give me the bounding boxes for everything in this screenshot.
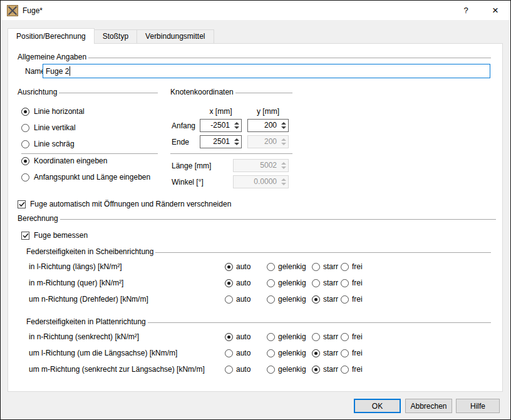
group-scheibenrichtung: Federsteifigkeiten in Scheibenrichtung	[26, 247, 491, 256]
column-header-y: y [mm]	[247, 107, 289, 116]
radio-option-label: frei	[352, 366, 363, 374]
name-input[interactable]: Fuge 2	[43, 64, 490, 78]
radio-option-gelenkig[interactable]: gelenkig	[267, 263, 306, 271]
group-berechnung: Berechnung	[18, 214, 496, 223]
radio-option-gelenkig[interactable]: gelenkig	[267, 295, 306, 304]
radio-option-auto[interactable]: auto	[225, 366, 250, 374]
radio-option-auto[interactable]: auto	[225, 349, 250, 357]
stiffness-row-scheiben-m: in m-Richtung (quer) [kN/m²] auto gelenk…	[8, 279, 502, 287]
cancel-button[interactable]: Abbrechen	[405, 399, 452, 413]
spinner-up-icon[interactable]	[234, 122, 239, 125]
radio-option-label: frei	[352, 295, 363, 304]
radio-option-label: gelenkig	[278, 366, 306, 374]
radio-icon	[312, 263, 320, 271]
group-knotenkoordinaten: Knotenkoordinaten	[170, 88, 292, 96]
radio-linie-schraeg[interactable]: Linie schräg	[21, 140, 75, 148]
radio-option-starr[interactable]: starr	[312, 349, 338, 357]
radio-option-frei[interactable]: frei	[341, 263, 363, 271]
tab-verbindungsmittel[interactable]: Verbindungsmittel	[137, 29, 214, 43]
group-title: Allgemeine Angaben	[18, 53, 88, 61]
group-rule	[235, 93, 292, 93]
radio-option-auto[interactable]: auto	[225, 279, 250, 287]
title-bar: Fuge* ? ×	[1, 1, 510, 20]
radio-option-starr[interactable]: starr	[312, 366, 338, 374]
radio-option-gelenkig[interactable]: gelenkig	[267, 279, 306, 287]
radio-option-frei[interactable]: frei	[341, 279, 363, 287]
checkbox-icon	[18, 200, 26, 208]
checkbox-auto-verschneiden[interactable]: Fuge automatisch mit Öffnungen und Rände…	[18, 200, 231, 208]
radio-option-label: starr	[323, 333, 338, 341]
fuge-dialog: Fuge* ? × Position/Berechnung Stoßtyp Ve…	[0, 0, 511, 420]
stiffness-row-label: um n-Richtung (Drehfeder) [kNm/m]	[29, 295, 148, 304]
radio-option-frei[interactable]: frei	[341, 333, 363, 341]
spinner-up-icon[interactable]	[234, 138, 239, 141]
spinner-down-icon	[281, 166, 286, 169]
close-icon[interactable]: ×	[482, 1, 508, 20]
radio-option-gelenkig[interactable]: gelenkig	[267, 366, 306, 374]
stiffness-row-platten-n: in n-Richtung (senkrecht) [kN/m²] auto g…	[8, 333, 502, 341]
spinner-up-icon	[281, 162, 286, 165]
spinner-arrows	[279, 176, 288, 188]
spinner-down-icon[interactable]	[234, 143, 239, 145]
radio-icon	[341, 333, 349, 341]
titlebar-help-icon[interactable]: ?	[453, 1, 479, 20]
radio-icon	[341, 366, 349, 374]
ok-button[interactable]: OK	[354, 399, 401, 413]
radio-option-label: starr	[323, 263, 338, 271]
checkbox-fuge-bemessen[interactable]: Fuge bemessen	[21, 231, 88, 240]
group-rule	[148, 322, 491, 323]
group-title: Knotenkoordinaten	[170, 88, 235, 96]
spinner-anfang-y[interactable]: 200	[247, 119, 289, 132]
radio-icon	[267, 263, 275, 271]
stiffness-row-platten-m: um m-Richtung (senkrecht zur Längsachse)…	[8, 366, 502, 374]
radio-option-gelenkig[interactable]: gelenkig	[267, 349, 306, 357]
spinner-down-icon[interactable]	[281, 126, 286, 129]
spinner-anfang-x[interactable]: -2501	[200, 119, 242, 132]
radio-icon	[267, 295, 275, 304]
radio-option-starr[interactable]: starr	[312, 279, 338, 287]
radio-option-label: auto	[236, 263, 250, 271]
spinner-value: -2501	[200, 120, 232, 131]
radio-anfangspunkt-laenge[interactable]: Anfangspunkt und Länge eingeben	[21, 173, 150, 182]
radio-option-starr[interactable]: starr	[312, 295, 338, 304]
help-button[interactable]: Hilfe	[456, 399, 500, 413]
text-caret	[70, 66, 70, 76]
tab-stosstyp[interactable]: Stoßtyp	[94, 29, 137, 43]
spinner-down-icon[interactable]	[234, 126, 239, 129]
radio-option-auto[interactable]: auto	[225, 295, 250, 304]
radio-option-auto[interactable]: auto	[225, 333, 250, 341]
tab-position-berechnung[interactable]: Position/Berechnung	[8, 28, 95, 44]
radio-option-auto[interactable]: auto	[225, 263, 250, 271]
group-plattenrichtung: Federsteifigkeiten in Plattenrichtung	[26, 317, 491, 326]
radio-linie-vertikal[interactable]: Linie vertikal	[21, 124, 76, 132]
group-allgemeine-angaben: Allgemeine Angaben	[18, 53, 491, 61]
radio-icon	[312, 295, 320, 304]
radio-option-label: frei	[352, 349, 363, 357]
radio-koordinaten-eingeben[interactable]: Koordinaten eingeben	[21, 157, 107, 165]
radio-option-label: gelenkig	[278, 333, 306, 341]
spinner-ende-x[interactable]: 2501	[200, 135, 242, 148]
radio-icon	[341, 349, 349, 357]
radio-icon	[225, 263, 233, 271]
radio-icon	[225, 333, 233, 341]
radio-option-frei[interactable]: frei	[341, 349, 363, 357]
radio-linie-horizontal[interactable]: Linie horizontal	[21, 108, 85, 116]
spinner-arrows[interactable]	[232, 120, 241, 131]
radio-icon	[267, 279, 275, 287]
radio-icon	[21, 157, 29, 165]
radio-icon	[312, 349, 320, 357]
spinner-arrows	[279, 136, 288, 148]
radio-option-frei[interactable]: frei	[341, 295, 363, 304]
divider	[170, 153, 292, 154]
spinner-up-icon[interactable]	[281, 122, 286, 125]
radio-option-starr[interactable]: starr	[312, 333, 338, 341]
radio-option-starr[interactable]: starr	[312, 263, 338, 271]
spinner-arrows	[279, 160, 288, 172]
radio-option-gelenkig[interactable]: gelenkig	[267, 333, 306, 341]
radio-icon	[21, 140, 29, 148]
spinner-arrows[interactable]	[232, 136, 241, 148]
radio-icon	[225, 279, 233, 287]
spinner-arrows[interactable]	[279, 120, 288, 131]
group-rule	[155, 252, 491, 253]
radio-option-frei[interactable]: frei	[341, 366, 363, 374]
